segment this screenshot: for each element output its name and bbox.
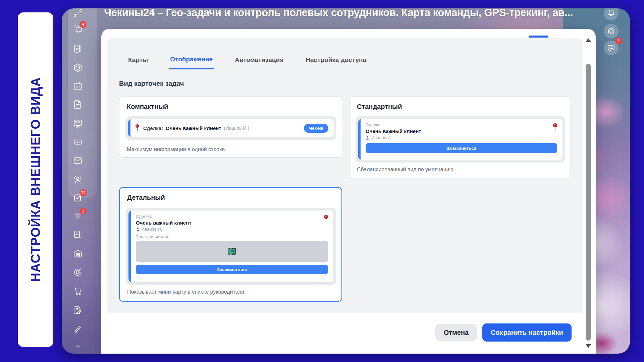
scrollbar-thumb[interactable]: [586, 64, 591, 341]
person-icon: [366, 136, 370, 140]
warehouse-icon[interactable]: [73, 249, 83, 259]
zone-label: Зона для чекина:: [136, 234, 328, 239]
option-description: Показывает мини-карту в списке руководит…: [127, 289, 246, 295]
chats-badge: 4: [79, 21, 87, 28]
plan-icon[interactable]: [73, 229, 83, 239]
option-title: Детальный: [127, 194, 165, 201]
pin-icon: [323, 215, 329, 224]
chats-icon[interactable]: 4: [73, 24, 83, 34]
client-name: Очень важный клиент: [166, 125, 221, 131]
copilot-button[interactable]: [604, 24, 619, 39]
checkin-pill: Чек-ин: [304, 124, 328, 133]
sample-preview: Сделка: Очень важный клиент Иванов И. За…: [356, 116, 565, 163]
calendar-icon[interactable]: [73, 81, 83, 91]
documents-icon[interactable]: [73, 100, 83, 110]
messages-button[interactable]: 1: [604, 41, 619, 55]
funnel-icon[interactable]: 1: [73, 211, 83, 221]
tasks-badge: 11: [79, 189, 87, 196]
task-card-preview: Сделка: Очень важный клиент Иванов И. Зо…: [128, 210, 333, 282]
scrollbar-up-arrow[interactable]: [586, 38, 591, 42]
mini-map-placeholder: [136, 241, 328, 262]
presentation-icon[interactable]: [73, 119, 83, 129]
settings-panel: Карты Отображение Автоматизация Настройк…: [107, 38, 583, 313]
messages-badge: 1: [615, 38, 622, 44]
sidebar-collapse-handle[interactable]: [76, 346, 80, 347]
assignee-row: Иванов И.: [366, 135, 557, 140]
tab-access[interactable]: Настройка доступа: [304, 56, 368, 69]
checkin-button-preview: Зачекиниться: [366, 143, 557, 153]
shop-icon[interactable]: [73, 286, 83, 296]
option-title: Стандартный: [357, 103, 402, 111]
task-card-preview: Сделка: Очень важный клиент (Иванов И.) …: [128, 119, 334, 137]
task-card-preview: Сделка: Очень важный клиент Иванов И. За…: [358, 119, 562, 160]
assignee-name: Иванов И.: [142, 227, 162, 232]
option-card-standard[interactable]: Стандартный Сделка: Очень важный клиент …: [349, 97, 571, 178]
assignee-row: Иванов И.: [136, 227, 328, 232]
deal-label: Сделка:: [366, 122, 557, 127]
tab-bar: Карты Отображение Автоматизация Настройк…: [107, 38, 583, 69]
mail-icon[interactable]: [73, 156, 83, 166]
news-icon[interactable]: [73, 44, 83, 54]
sample-preview: Сделка: Очень важный клиент (Иванов И.) …: [125, 116, 336, 140]
scrollbar-down-arrow[interactable]: [586, 344, 591, 348]
side-banner: НАСТРОЙКА ВНЕШНЕГО ВИДА: [18, 12, 53, 347]
contract-icon[interactable]: [73, 305, 83, 315]
footer-divider: [101, 313, 596, 313]
client-name: Очень важный клиент: [136, 220, 328, 226]
cancel-button[interactable]: Отмена: [435, 324, 477, 341]
side-banner-text: НАСТРОЙКА ВНЕШНЕГО ВИДА: [29, 77, 43, 282]
map-icon: [227, 247, 237, 256]
assignee-name: (Иванов И.): [224, 125, 249, 131]
option-card-compact[interactable]: Компактный Сделка: Очень важный клиент (…: [119, 97, 342, 158]
deal-label: Сделка:: [143, 125, 163, 131]
assignee-name: Иванов И.: [371, 135, 392, 140]
settings-modal: Карты Отображение Автоматизация Настройк…: [101, 29, 596, 354]
option-description: Максимум информации в одной строке.: [127, 146, 226, 153]
section-title: Вид карточек задач: [119, 80, 184, 87]
option-card-detailed[interactable]: Детальный Сделка: Очень важный клиент Ив…: [119, 187, 342, 302]
funnel-badge: 1: [79, 208, 87, 215]
goals-icon[interactable]: [73, 267, 83, 277]
person-icon: [136, 227, 140, 231]
page-title: Чекины24 – Гео-задачи и контроль полевых…: [104, 8, 580, 19]
checkin-button-preview: Зачекиниться: [136, 265, 328, 274]
sign-icon[interactable]: [73, 324, 83, 334]
sample-preview: Сделка: Очень важный клиент Иванов И. Зо…: [126, 208, 336, 285]
app-window: 4 11 1: [62, 8, 630, 354]
option-title: Компактный: [127, 103, 168, 111]
deal-label: Сделка:: [136, 214, 328, 219]
client-name: Очень важный клиент: [366, 128, 557, 134]
payments-icon[interactable]: [73, 137, 83, 147]
route-icon[interactable]: [73, 8, 83, 18]
save-settings-button[interactable]: Сохранить настройки: [482, 323, 572, 342]
tasks-icon[interactable]: 11: [73, 192, 83, 202]
pin-icon: [552, 123, 558, 132]
tab-display[interactable]: Отображение: [169, 56, 214, 69]
screen: { "app": { "title": "Чекины24 – Гео-зада…: [0, 0, 644, 362]
pin-icon: [135, 124, 140, 132]
tab-maps[interactable]: Карты: [127, 56, 149, 69]
team-icon[interactable]: [73, 175, 83, 185]
crm-icon[interactable]: [73, 63, 83, 73]
option-description: Сбалансированный вид по умолчанию.: [357, 167, 455, 173]
tab-automation[interactable]: Автоматизация: [233, 56, 285, 69]
